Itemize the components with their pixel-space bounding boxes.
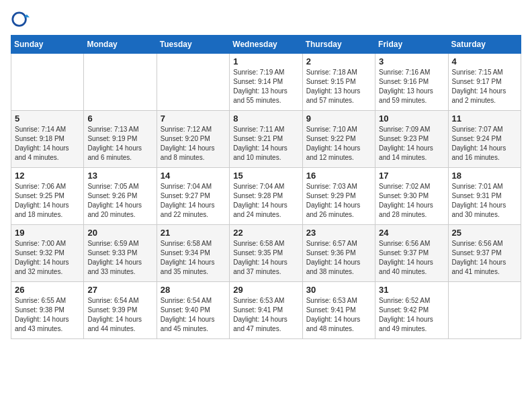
calendar-cell <box>11 54 84 111</box>
day-number: 7 <box>161 113 226 124</box>
calendar-cell: 3Sunrise: 7:16 AM Sunset: 9:16 PM Daylig… <box>375 54 448 111</box>
calendar-cell: 31Sunrise: 6:52 AM Sunset: 9:42 PM Dayli… <box>375 282 448 339</box>
day-content: Sunrise: 6:57 AM Sunset: 9:36 PM Dayligh… <box>306 239 371 277</box>
day-content: Sunrise: 7:12 AM Sunset: 9:20 PM Dayligh… <box>161 125 226 163</box>
day-number: 20 <box>87 228 152 238</box>
day-content: Sunrise: 7:13 AM Sunset: 9:19 PM Dayligh… <box>87 125 152 163</box>
day-number: 31 <box>379 285 444 295</box>
day-content: Sunrise: 7:03 AM Sunset: 9:29 PM Dayligh… <box>306 182 371 220</box>
day-number: 18 <box>452 171 517 181</box>
calendar-cell: 12Sunrise: 7:06 AM Sunset: 9:25 PM Dayli… <box>11 168 84 225</box>
header-day: Wednesday <box>230 36 302 54</box>
day-content: Sunrise: 7:15 AM Sunset: 9:17 PM Dayligh… <box>452 68 517 105</box>
day-number: 19 <box>15 228 80 238</box>
calendar-cell: 13Sunrise: 7:05 AM Sunset: 9:26 PM Dayli… <box>84 168 157 225</box>
calendar-cell <box>157 54 229 111</box>
day-number: 27 <box>87 285 152 295</box>
day-content: Sunrise: 6:59 AM Sunset: 9:33 PM Dayligh… <box>87 239 152 277</box>
calendar-week-row: 1Sunrise: 7:19 AM Sunset: 9:14 PM Daylig… <box>11 54 521 111</box>
day-number: 16 <box>306 171 371 181</box>
day-number: 30 <box>306 285 371 295</box>
calendar-cell: 29Sunrise: 6:53 AM Sunset: 9:41 PM Dayli… <box>230 282 302 339</box>
day-number: 3 <box>379 56 444 66</box>
day-number: 1 <box>233 56 298 66</box>
day-content: Sunrise: 7:16 AM Sunset: 9:16 PM Dayligh… <box>379 68 444 105</box>
calendar-cell: 1Sunrise: 7:19 AM Sunset: 9:14 PM Daylig… <box>230 54 302 111</box>
calendar-cell: 4Sunrise: 7:15 AM Sunset: 9:17 PM Daylig… <box>448 54 521 111</box>
page-header <box>11 11 521 30</box>
day-number: 4 <box>452 56 517 66</box>
calendar-cell: 14Sunrise: 7:04 AM Sunset: 9:27 PM Dayli… <box>157 168 229 225</box>
header-day: Friday <box>375 36 448 54</box>
calendar-cell: 8Sunrise: 7:11 AM Sunset: 9:21 PM Daylig… <box>230 111 302 168</box>
day-content: Sunrise: 7:02 AM Sunset: 9:30 PM Dayligh… <box>379 182 444 220</box>
day-number: 28 <box>161 285 226 295</box>
calendar-header: SundayMondayTuesdayWednesdayThursdayFrid… <box>11 36 521 54</box>
calendar-cell: 27Sunrise: 6:54 AM Sunset: 9:39 PM Dayli… <box>84 282 157 339</box>
calendar-cell: 10Sunrise: 7:09 AM Sunset: 9:23 PM Dayli… <box>375 111 448 168</box>
header-day: Monday <box>84 36 157 54</box>
calendar-cell: 2Sunrise: 7:18 AM Sunset: 9:15 PM Daylig… <box>302 54 375 111</box>
svg-point-0 <box>13 13 26 26</box>
day-content: Sunrise: 7:18 AM Sunset: 9:15 PM Dayligh… <box>306 68 371 105</box>
day-number: 11 <box>452 113 517 124</box>
calendar-cell: 9Sunrise: 7:10 AM Sunset: 9:22 PM Daylig… <box>302 111 375 168</box>
calendar-cell: 7Sunrise: 7:12 AM Sunset: 9:20 PM Daylig… <box>157 111 229 168</box>
calendar-week-row: 19Sunrise: 7:00 AM Sunset: 9:32 PM Dayli… <box>11 225 521 282</box>
calendar-week-row: 12Sunrise: 7:06 AM Sunset: 9:25 PM Dayli… <box>11 168 521 225</box>
day-number: 29 <box>233 285 298 295</box>
header-row: SundayMondayTuesdayWednesdayThursdayFrid… <box>11 36 521 54</box>
calendar-cell: 24Sunrise: 6:56 AM Sunset: 9:37 PM Dayli… <box>375 225 448 282</box>
day-number: 8 <box>233 113 298 124</box>
calendar-cell: 5Sunrise: 7:14 AM Sunset: 9:18 PM Daylig… <box>11 111 84 168</box>
calendar-cell: 30Sunrise: 6:53 AM Sunset: 9:41 PM Dayli… <box>302 282 375 339</box>
day-number: 14 <box>161 171 226 181</box>
calendar-cell: 21Sunrise: 6:58 AM Sunset: 9:34 PM Dayli… <box>157 225 229 282</box>
calendar-table: SundayMondayTuesdayWednesdayThursdayFrid… <box>11 35 521 339</box>
day-number: 24 <box>379 228 444 238</box>
calendar-cell <box>84 54 157 111</box>
header-day: Sunday <box>11 36 84 54</box>
day-content: Sunrise: 6:55 AM Sunset: 9:38 PM Dayligh… <box>15 296 80 334</box>
day-content: Sunrise: 6:56 AM Sunset: 9:37 PM Dayligh… <box>452 239 517 277</box>
day-content: Sunrise: 7:14 AM Sunset: 9:18 PM Dayligh… <box>15 125 80 163</box>
day-content: Sunrise: 7:11 AM Sunset: 9:21 PM Dayligh… <box>233 125 298 163</box>
day-content: Sunrise: 7:01 AM Sunset: 9:31 PM Dayligh… <box>452 182 517 220</box>
day-number: 6 <box>87 113 152 124</box>
calendar-cell: 17Sunrise: 7:02 AM Sunset: 9:30 PM Dayli… <box>375 168 448 225</box>
day-content: Sunrise: 6:53 AM Sunset: 9:41 PM Dayligh… <box>233 296 298 334</box>
day-number: 25 <box>452 228 517 238</box>
day-content: Sunrise: 7:19 AM Sunset: 9:14 PM Dayligh… <box>233 68 298 105</box>
day-content: Sunrise: 6:52 AM Sunset: 9:42 PM Dayligh… <box>379 296 444 334</box>
calendar-cell: 20Sunrise: 6:59 AM Sunset: 9:33 PM Dayli… <box>84 225 157 282</box>
logo <box>11 11 32 30</box>
day-content: Sunrise: 6:56 AM Sunset: 9:37 PM Dayligh… <box>379 239 444 277</box>
calendar-cell: 6Sunrise: 7:13 AM Sunset: 9:19 PM Daylig… <box>84 111 157 168</box>
day-content: Sunrise: 7:04 AM Sunset: 9:28 PM Dayligh… <box>233 182 298 220</box>
day-content: Sunrise: 6:53 AM Sunset: 9:41 PM Dayligh… <box>306 296 371 334</box>
day-content: Sunrise: 6:58 AM Sunset: 9:35 PM Dayligh… <box>233 239 298 277</box>
day-number: 9 <box>306 113 371 124</box>
day-content: Sunrise: 7:00 AM Sunset: 9:32 PM Dayligh… <box>15 239 80 277</box>
day-content: Sunrise: 7:06 AM Sunset: 9:25 PM Dayligh… <box>15 182 80 220</box>
calendar-cell: 28Sunrise: 6:54 AM Sunset: 9:40 PM Dayli… <box>157 282 229 339</box>
header-day: Thursday <box>302 36 375 54</box>
day-content: Sunrise: 7:09 AM Sunset: 9:23 PM Dayligh… <box>379 125 444 163</box>
day-number: 5 <box>15 113 80 124</box>
day-number: 15 <box>233 171 298 181</box>
day-number: 2 <box>306 56 371 66</box>
calendar-cell: 22Sunrise: 6:58 AM Sunset: 9:35 PM Dayli… <box>230 225 302 282</box>
calendar-week-row: 26Sunrise: 6:55 AM Sunset: 9:38 PM Dayli… <box>11 282 521 339</box>
calendar-body: 1Sunrise: 7:19 AM Sunset: 9:14 PM Daylig… <box>11 54 521 339</box>
calendar-cell: 25Sunrise: 6:56 AM Sunset: 9:37 PM Dayli… <box>448 225 521 282</box>
day-number: 21 <box>161 228 226 238</box>
day-content: Sunrise: 7:05 AM Sunset: 9:26 PM Dayligh… <box>87 182 152 220</box>
calendar-cell: 15Sunrise: 7:04 AM Sunset: 9:28 PM Dayli… <box>230 168 302 225</box>
header-day: Saturday <box>448 36 521 54</box>
day-content: Sunrise: 7:10 AM Sunset: 9:22 PM Dayligh… <box>306 125 371 163</box>
calendar-cell <box>448 282 521 339</box>
day-number: 10 <box>379 113 444 124</box>
day-number: 17 <box>379 171 444 181</box>
day-content: Sunrise: 6:54 AM Sunset: 9:39 PM Dayligh… <box>87 296 152 334</box>
logo-icon <box>11 11 30 30</box>
